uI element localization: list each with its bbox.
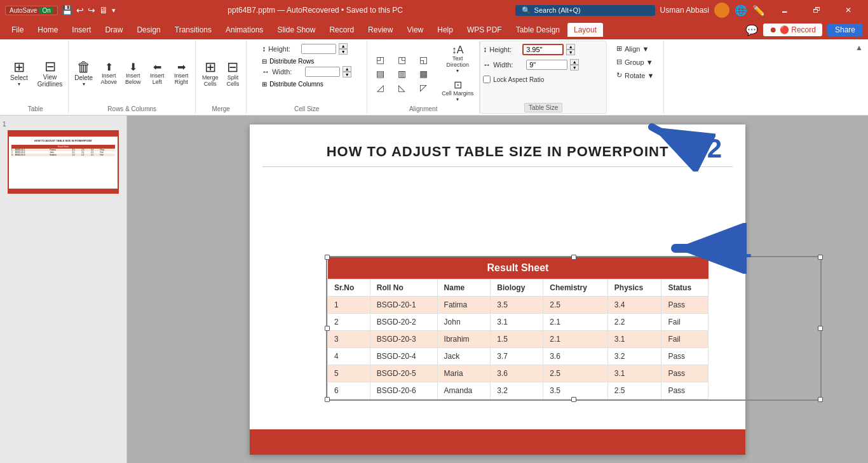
table-width-down[interactable]: ▼ — [570, 65, 579, 70]
table-width-icon: ↔ — [483, 60, 491, 69]
distribute-cols-label[interactable]: Distribute Columns — [269, 81, 323, 88]
lock-aspect-checkbox[interactable] — [483, 76, 491, 83]
align-mid-center[interactable]: ▥ — [391, 67, 412, 80]
menu-review[interactable]: Review — [362, 23, 399, 37]
save-icon[interactable]: 💾 — [62, 5, 72, 15]
handle-bl[interactable] — [325, 397, 330, 402]
menu-slideshow[interactable]: Slide Show — [271, 23, 322, 37]
dropdown-icon[interactable]: ▾ — [112, 6, 116, 15]
autosave-toggle[interactable]: AutoSave On — [5, 6, 58, 15]
menu-layout[interactable]: Layout — [567, 23, 603, 37]
group-icon: ⊟ — [616, 58, 622, 66]
minimize-button[interactable]: 🗕 — [770, 0, 799, 20]
table-container[interactable]: Result Sheet Sr.No Roll No Name Biology … — [326, 256, 822, 401]
text-direction-button[interactable]: ↕A TextDirection ▾ — [438, 43, 477, 76]
cell-height-up[interactable]: ▲ — [339, 43, 348, 49]
table-height-down[interactable]: ▼ — [566, 50, 575, 55]
autosave-label: AutoSave — [10, 7, 37, 14]
handle-bm[interactable] — [571, 397, 576, 402]
menu-wpspdf[interactable]: WPS PDF — [461, 23, 508, 37]
search-bar[interactable]: 🔍 Search (Alt+Q) — [515, 5, 655, 16]
rotate-dropdown-button[interactable]: ↻ Rotate ▼ — [613, 70, 658, 81]
insert-above-button[interactable]: ⬆ InsertAbove — [97, 60, 120, 87]
group-dropdown-button[interactable]: ⊟ Group ▼ — [613, 57, 657, 67]
cell-width-spin[interactable]: ▲ ▼ — [342, 66, 351, 77]
align-top-right[interactable]: ◱ — [413, 53, 433, 66]
ribbon-group-arrange: ⊞ Align ▼ ⊟ Group ▼ ↻ Rotate ▼ — [607, 41, 664, 114]
menu-view[interactable]: View — [400, 23, 430, 37]
table-height-spin[interactable]: ▲ ▼ — [566, 44, 575, 55]
align-bot-left[interactable]: ◿ — [370, 81, 390, 94]
comment-icon[interactable]: 💬 — [745, 24, 758, 36]
cell-width-up[interactable]: ▲ — [342, 66, 351, 72]
restore-button[interactable]: 🗗 — [802, 0, 831, 20]
handle-ml[interactable] — [325, 326, 330, 331]
collapse-icon[interactable]: ▲ — [855, 43, 863, 52]
separator: — — [277, 6, 287, 15]
globe-icon[interactable]: 🌐 — [735, 4, 747, 17]
align-dropdown-button[interactable]: ⊞ Align ▼ — [613, 43, 653, 54]
record-button[interactable]: ⏺ 🔴 Record — [763, 23, 822, 36]
menu-bar: File Home Insert Draw Design Transitions… — [0, 20, 868, 39]
table-height-up[interactable]: ▲ — [566, 44, 575, 50]
close-button[interactable]: ✕ — [834, 0, 863, 20]
delete-button[interactable]: 🗑 Delete ▾ — [71, 58, 96, 89]
redo-icon[interactable]: ↪ — [88, 5, 95, 15]
align-mid-right[interactable]: ▦ — [413, 67, 433, 80]
menu-animations[interactable]: Animations — [219, 23, 269, 37]
table-width-spin[interactable]: ▲ ▼ — [570, 59, 579, 70]
table-height-input[interactable] — [522, 44, 564, 55]
menu-insert[interactable]: Insert — [65, 23, 97, 37]
cell-width-input[interactable] — [305, 67, 340, 77]
cell-height-spin[interactable]: ▲ ▼ — [339, 43, 348, 55]
merge-label: MergeCells — [202, 74, 219, 87]
cell-margins-button[interactable]: ⊡ Cell Margins ▾ — [438, 78, 477, 104]
table-row: 6 BSGD-20-6 Amanda 3.2 3.5 2.5 Pass — [328, 382, 709, 399]
align-top-left[interactable]: ◰ — [370, 53, 390, 66]
user-avatar — [714, 3, 729, 18]
ribbon-collapse[interactable]: ▲ — [853, 41, 865, 114]
saved-to: Saved to this PC — [346, 6, 403, 15]
insert-left-button[interactable]: ⬅ InsertLeft — [146, 60, 168, 87]
monitor-icon[interactable]: 🖥 — [99, 5, 108, 15]
merge-cells-button[interactable]: ⊞ MergeCells — [199, 58, 222, 89]
menu-help[interactable]: Help — [431, 23, 459, 37]
ribbon: ⊞ Select ▾ ⊟ ViewGridlines Table 🗑 Delet… — [0, 39, 868, 116]
table-width-up[interactable]: ▲ — [570, 59, 579, 65]
slide-thumbnail[interactable]: HOW TO ADJUST TABLE SIZE IN POWERPOINT R… — [8, 130, 119, 194]
insert-below-button[interactable]: ⬇ InsertBelow — [121, 60, 144, 87]
align-bot-right[interactable]: ◸ — [413, 81, 433, 94]
insert-above-icon: ⬆ — [105, 62, 113, 72]
menu-draw[interactable]: Draw — [98, 23, 129, 37]
view-gridlines-button[interactable]: ⊟ ViewGridlines — [34, 58, 65, 90]
menu-tabledesign[interactable]: Table Design — [510, 23, 566, 37]
undo-icon[interactable]: ↩ — [76, 5, 84, 15]
menu-home[interactable]: Home — [31, 23, 64, 37]
menu-file[interactable]: File — [5, 23, 30, 37]
handle-mr[interactable] — [818, 326, 823, 331]
insert-below-label: InsertBelow — [125, 72, 141, 85]
align-mid-left[interactable]: ▤ — [370, 67, 390, 80]
alignment-buttons: ◰ ◳ ◱ ▤ ▥ ▦ ◿ ◺ ◸ ↕A TextDirecti — [370, 43, 477, 104]
menu-record[interactable]: Record — [323, 23, 360, 37]
align-top-center[interactable]: ◳ — [391, 53, 412, 66]
select-button[interactable]: ⊞ Select ▾ — [5, 57, 33, 91]
handle-tm[interactable] — [571, 255, 576, 260]
table-width-input[interactable] — [526, 60, 567, 70]
pen-icon[interactable]: ✏️ — [752, 4, 765, 17]
insert-right-col: ➡ Insert Right — [170, 60, 193, 87]
split-cells-button[interactable]: ⊟ SplitCells — [222, 58, 243, 89]
insert-right-button[interactable]: ➡ Insert Right — [170, 60, 193, 87]
handle-tr[interactable] — [818, 255, 823, 260]
cell-width-down[interactable]: ▼ — [342, 72, 351, 77]
menu-design[interactable]: Design — [130, 23, 166, 37]
share-button[interactable]: Share — [827, 23, 863, 36]
cell-height-input[interactable] — [301, 44, 336, 54]
table-height-icon: ↕ — [483, 45, 487, 54]
handle-br[interactable] — [818, 397, 823, 402]
cell-height-down[interactable]: ▼ — [339, 49, 348, 55]
align-bot-center[interactable]: ◺ — [391, 81, 412, 94]
menu-transitions[interactable]: Transitions — [168, 23, 218, 37]
distribute-rows-label[interactable]: Distribute Rows — [269, 58, 314, 65]
handle-tl[interactable] — [325, 255, 330, 260]
